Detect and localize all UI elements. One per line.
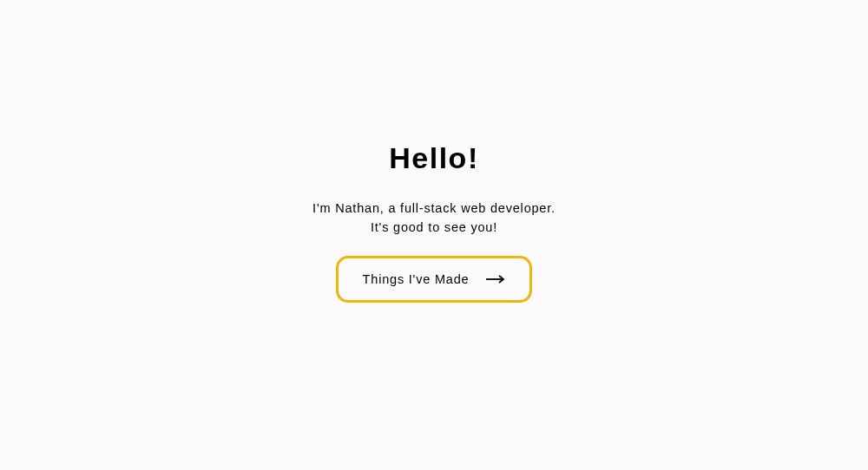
things-ive-made-button[interactable]: Things I've Made — [336, 256, 533, 303]
hero-section: Hello! I'm Nathan, a full-stack web deve… — [312, 141, 556, 302]
hero-subtitle-line-2: It's good to see you! — [312, 219, 556, 237]
cta-button-label: Things I've Made — [363, 272, 470, 286]
hero-subtitle-line-1: I'm Nathan, a full-stack web developer. — [312, 199, 556, 218]
hero-subtitle: I'm Nathan, a full-stack web developer. … — [312, 199, 556, 236]
hero-title: Hello! — [389, 141, 478, 175]
arrow-right-icon — [486, 274, 505, 284]
